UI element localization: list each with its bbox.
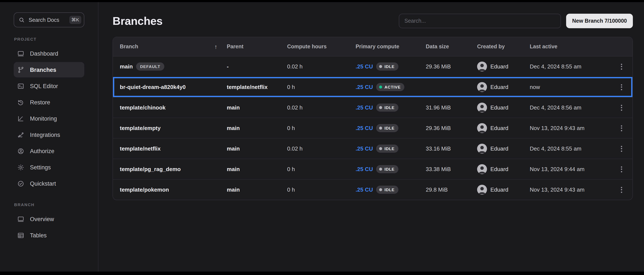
branch-cell: mainDEFAULT bbox=[120, 62, 227, 71]
sidebar-section-label: PROJECT bbox=[14, 37, 84, 41]
sidebar-item-tables[interactable]: Tables bbox=[14, 228, 84, 243]
table-row[interactable]: template/pg_rag_demomain0 h.25 CUIDLE33.… bbox=[113, 159, 632, 179]
last-active-cell: Dec 4, 2024 8:56 am bbox=[530, 104, 611, 111]
last-active-cell: now bbox=[530, 84, 611, 90]
created-by-name: Eduard bbox=[490, 125, 508, 131]
actions-cell bbox=[611, 82, 632, 92]
kebab-menu-icon[interactable] bbox=[619, 62, 624, 71]
branch-cell: template/chinook bbox=[120, 104, 227, 111]
table-row[interactable]: template/chinookmain0.02 h.25 CUIDLE31.9… bbox=[113, 97, 632, 118]
column-header-parent[interactable]: Parent bbox=[227, 44, 287, 50]
branch-cell: template/pokemon bbox=[120, 187, 227, 193]
sidebar-section-label: BRANCH bbox=[14, 202, 84, 207]
status-badge: IDLE bbox=[376, 124, 398, 132]
created-by-name: Eduard bbox=[490, 84, 508, 90]
sidebar-item-sql-editor[interactable]: SQL Editor bbox=[14, 78, 84, 94]
actions-cell bbox=[611, 123, 632, 133]
created-by-name: Eduard bbox=[490, 145, 508, 152]
primary-compute-cell: .25 CUACTIVE bbox=[356, 83, 426, 91]
page-header: Branches New Branch 7/100000 bbox=[112, 12, 633, 30]
sidebar-item-branches[interactable]: Branches bbox=[14, 62, 84, 77]
table-row[interactable]: template/emptymain0 h.25 CUIDLE29.36 MiB… bbox=[113, 118, 632, 138]
actions-cell bbox=[611, 185, 632, 194]
monitoring-icon bbox=[17, 115, 24, 122]
column-header-primary-compute[interactable]: Primary compute bbox=[356, 44, 426, 50]
status-dot-icon bbox=[379, 127, 382, 130]
last-active-cell: Nov 13, 2024 9:43 am bbox=[530, 187, 611, 193]
compute-units: .25 CU bbox=[356, 63, 373, 70]
search-docs-button[interactable]: Search Docs ⌘K bbox=[14, 12, 84, 27]
sidebar-item-overview[interactable]: Overview bbox=[14, 211, 84, 227]
avatar bbox=[477, 185, 487, 195]
data-size-cell: 29.8 MiB bbox=[426, 187, 477, 193]
new-branch-button[interactable]: New Branch 7/100000 bbox=[566, 14, 633, 28]
sidebar-item-quickstart[interactable]: Quickstart bbox=[14, 176, 84, 191]
status-dot-icon bbox=[379, 147, 382, 150]
compute-hours-cell: 0.02 h bbox=[287, 145, 356, 152]
branch-search-input[interactable] bbox=[399, 14, 561, 28]
main-content: Branches New Branch 7/100000 Branch ↑ Pa… bbox=[98, 2, 644, 272]
sort-asc-arrow-icon[interactable]: ↑ bbox=[214, 43, 218, 50]
avatar bbox=[477, 103, 487, 112]
kebab-menu-icon[interactable] bbox=[619, 103, 624, 112]
data-size-cell: 29.36 MiB bbox=[426, 125, 477, 131]
actions-cell bbox=[611, 164, 632, 174]
avatar bbox=[477, 123, 487, 133]
branch-name: template/empty bbox=[120, 125, 161, 131]
avatar bbox=[477, 144, 487, 154]
parent-cell: main bbox=[227, 104, 287, 111]
sidebar-item-authorize[interactable]: Authorize bbox=[14, 143, 84, 159]
table-row[interactable]: mainDEFAULT-0.02 h.25 CUIDLE29.36 MiBEdu… bbox=[113, 56, 632, 76]
created-by-cell: Eduard bbox=[477, 123, 530, 133]
data-size-cell: 33.16 MiB bbox=[426, 145, 477, 152]
parent-cell: main bbox=[227, 145, 287, 152]
table-row[interactable]: template/netflixmain0.02 h.25 CUIDLE33.1… bbox=[113, 138, 632, 159]
avatar bbox=[477, 82, 487, 92]
authorize-icon bbox=[17, 147, 24, 155]
created-by-cell: Eduard bbox=[477, 82, 530, 92]
kebab-menu-icon[interactable] bbox=[619, 144, 624, 153]
sidebar-item-integrations[interactable]: Integrations bbox=[14, 127, 84, 142]
parent-cell: - bbox=[227, 63, 287, 70]
last-active-cell: Dec 4, 2024 8:55 am bbox=[530, 145, 611, 152]
default-badge: DEFAULT bbox=[136, 62, 164, 71]
compute-units: .25 CU bbox=[356, 187, 373, 193]
actions-cell bbox=[611, 62, 632, 71]
compute-units: .25 CU bbox=[356, 125, 373, 131]
sidebar-item-restore[interactable]: Restore bbox=[14, 94, 84, 110]
kebab-menu-icon[interactable] bbox=[619, 185, 624, 194]
column-header-last-active[interactable]: Last active bbox=[530, 44, 611, 50]
column-header-compute-hours[interactable]: Compute hours bbox=[287, 44, 356, 50]
last-active-cell: Nov 13, 2024 9:43 am bbox=[530, 125, 611, 131]
status-dot-icon bbox=[379, 106, 382, 109]
sidebar-item-settings[interactable]: Settings bbox=[14, 160, 84, 175]
sql-editor-icon bbox=[17, 82, 24, 90]
column-header-data-size[interactable]: Data size bbox=[426, 44, 477, 50]
parent-cell: main bbox=[227, 187, 287, 193]
table-row[interactable]: template/pokemonmain0 h.25 CUIDLE29.8 Mi… bbox=[113, 179, 632, 200]
branch-name: br-quiet-dream-a820k4y0 bbox=[120, 84, 186, 90]
column-header-branch[interactable]: Branch ↑ bbox=[120, 43, 227, 50]
kebab-menu-icon[interactable] bbox=[619, 123, 624, 133]
branch-name: template/chinook bbox=[120, 104, 166, 111]
kebab-menu-icon[interactable] bbox=[619, 82, 624, 92]
search-icon bbox=[18, 17, 25, 23]
status-dot-icon bbox=[379, 168, 382, 171]
table-row[interactable]: br-quiet-dream-a820k4y0template/netflix0… bbox=[113, 76, 632, 97]
header-actions: New Branch 7/100000 bbox=[399, 14, 633, 28]
kebab-menu-icon[interactable] bbox=[619, 164, 624, 174]
sidebar-item-dashboard[interactable]: Dashboard bbox=[14, 46, 84, 61]
data-size-cell: 29.36 MiB bbox=[426, 63, 477, 70]
avatar bbox=[477, 164, 487, 174]
sidebar-item-monitoring[interactable]: Monitoring bbox=[14, 111, 84, 126]
primary-compute-cell: .25 CUIDLE bbox=[356, 145, 426, 153]
data-size-cell: 33.38 MiB bbox=[426, 166, 477, 172]
sidebar: Search Docs ⌘K PROJECTDashboardBranchesS… bbox=[0, 2, 98, 272]
branch-cell: br-quiet-dream-a820k4y0 bbox=[120, 84, 227, 90]
primary-compute-cell: .25 CUIDLE bbox=[356, 62, 426, 71]
branch-name: template/pg_rag_demo bbox=[120, 166, 181, 172]
column-header-created-by[interactable]: Created by bbox=[477, 44, 530, 50]
status-badge: IDLE bbox=[376, 103, 398, 112]
search-docs-label: Search Docs bbox=[29, 17, 65, 23]
created-by-cell: Eduard bbox=[477, 144, 530, 154]
